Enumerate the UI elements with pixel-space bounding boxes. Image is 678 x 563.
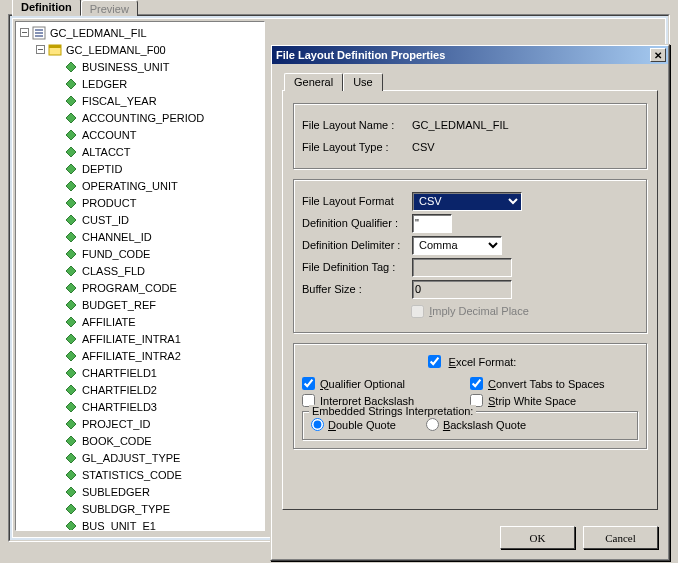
field-icon [64,179,78,193]
tree-field[interactable]: PROJECT_ID [18,415,262,432]
tab-use[interactable]: Use [343,73,383,91]
field-icon [64,468,78,482]
tree-field[interactable]: CHARTFIELD1 [18,364,262,381]
field-icon [64,298,78,312]
tree-item-label: ACCOUNT [82,129,136,141]
value-file-layout-name: GC_LEDMANL_FIL [412,119,509,131]
tree-field[interactable]: PROGRAM_CODE [18,279,262,296]
radio-backslash-quote-input[interactable] [426,418,439,431]
field-icon [64,349,78,363]
tab-preview[interactable]: Preview [81,0,138,16]
expand-collapse-icon[interactable]: – [20,28,29,37]
file-layout-properties-dialog: File Layout Definition Properties ✕ Gene… [270,44,670,561]
tree-item-label: GC_LEDMANL_FIL [50,27,147,39]
svg-marker-22 [66,334,76,344]
field-icon [64,145,78,159]
select-definition-delimiter[interactable]: Comma [412,236,502,255]
checkbox-qualifier-optional[interactable]: Qualifier Optional [302,377,470,390]
tree-field[interactable]: LEDGER [18,75,262,92]
tree-field[interactable]: CHANNEL_ID [18,228,262,245]
radio-double-quote-input[interactable] [311,418,324,431]
dialog-title: File Layout Definition Properties [276,49,650,61]
tab-use-panel: File Layout Name : GC_LEDMANL_FIL File L… [282,90,658,510]
label-file-layout-type: File Layout Type : [302,141,412,153]
field-icon [64,247,78,261]
tree-field[interactable]: SUBLDGR_TYPE [18,500,262,517]
tree-record[interactable]: –GC_LEDMANL_F00 [18,41,262,58]
svg-marker-33 [66,521,76,531]
field-icon [64,60,78,74]
tree-field[interactable]: ACCOUNTING_PERIOD [18,109,262,126]
ok-button[interactable]: OK [500,526,575,549]
expand-collapse-icon[interactable]: – [36,45,45,54]
tree-field[interactable]: FUND_CODE [18,245,262,262]
tree-field[interactable]: AFFILIATE_INTRA2 [18,347,262,364]
input-buffer-size [412,280,512,299]
tree-field[interactable]: FISCAL_YEAR [18,92,262,109]
svg-marker-20 [66,300,76,310]
tree-field[interactable]: SUBLEDGER [18,483,262,500]
tree-field[interactable]: BUSINESS_UNIT [18,58,262,75]
tree-item-label: CHANNEL_ID [82,231,152,243]
field-icon [64,332,78,346]
svg-marker-23 [66,351,76,361]
field-icon [64,196,78,210]
tree-root[interactable]: –GC_LEDMANL_FIL [18,24,262,41]
checkbox-convert-tabs-input[interactable] [470,377,483,390]
tree-field[interactable]: CLASS_FLD [18,262,262,279]
tree-field[interactable]: PRODUCT [18,194,262,211]
tree-field[interactable]: OPERATING_UNIT [18,177,262,194]
tree-item-label: CHARTFIELD3 [82,401,157,413]
tree-field[interactable]: BUDGET_REF [18,296,262,313]
svg-marker-11 [66,147,76,157]
svg-marker-24 [66,368,76,378]
svg-marker-16 [66,232,76,242]
select-file-layout-format[interactable]: CSV [412,192,522,211]
checkbox-excel-format[interactable] [428,355,441,368]
tree-field[interactable]: CHARTFIELD3 [18,398,262,415]
tree-item-label: AFFILIATE_INTRA2 [82,350,181,362]
radio-backslash-quote[interactable]: Backslash Quote [426,418,526,431]
close-icon[interactable]: ✕ [650,48,666,62]
svg-marker-8 [66,96,76,106]
dialog-titlebar: File Layout Definition Properties ✕ [272,46,668,64]
checkbox-qualifier-optional-input[interactable] [302,377,315,390]
tree-field[interactable]: ACCOUNT [18,126,262,143]
svg-marker-29 [66,453,76,463]
tree-field[interactable]: DEPTID [18,160,262,177]
tree-field[interactable]: CUST_ID [18,211,262,228]
group-excel-format: Excel Format: Qualifier Optional Convert… [293,343,647,449]
input-file-definition-tag [412,258,512,277]
tree-field[interactable]: STATISTICS_CODE [18,466,262,483]
svg-marker-26 [66,402,76,412]
checkbox-convert-tabs[interactable]: Convert Tabs to Spaces [470,377,638,390]
tree-item-label: BUDGET_REF [82,299,156,311]
tab-definition[interactable]: Definition [12,0,81,16]
label-strip-whitespace: Strip White Space [488,395,576,407]
tab-general[interactable]: General [284,73,343,91]
tree-field[interactable]: ALTACCT [18,143,262,160]
tree-field[interactable]: AFFILIATE [18,313,262,330]
tree-field[interactable]: BOOK_CODE [18,432,262,449]
label-imply-decimal: Imply Decimal Place [429,305,529,317]
tree-field[interactable]: BUS_UNIT_E1 [18,517,262,531]
input-definition-qualifier[interactable] [412,214,452,233]
group-format: File Layout Format CSV Definition Qualif… [293,179,647,333]
svg-marker-18 [66,266,76,276]
label-definition-qualifier: Definition Qualifier : [302,217,412,229]
tree-view[interactable]: –GC_LEDMANL_FIL–GC_LEDMANL_F00BUSINESS_U… [15,21,265,531]
svg-marker-27 [66,419,76,429]
svg-marker-15 [66,215,76,225]
tree-item-label: LEDGER [82,78,127,90]
field-icon [64,366,78,380]
tree-item-label: BOOK_CODE [82,435,152,447]
tree-field[interactable]: AFFILIATE_INTRA1 [18,330,262,347]
checkbox-strip-whitespace[interactable]: Strip White Space [470,394,638,407]
tree-field[interactable]: GL_ADJUST_TYPE [18,449,262,466]
field-icon [64,400,78,414]
tree-field[interactable]: CHARTFIELD2 [18,381,262,398]
svg-marker-19 [66,283,76,293]
radio-double-quote[interactable]: Double Quote [311,418,396,431]
field-icon [64,230,78,244]
cancel-button[interactable]: Cancel [583,526,658,549]
